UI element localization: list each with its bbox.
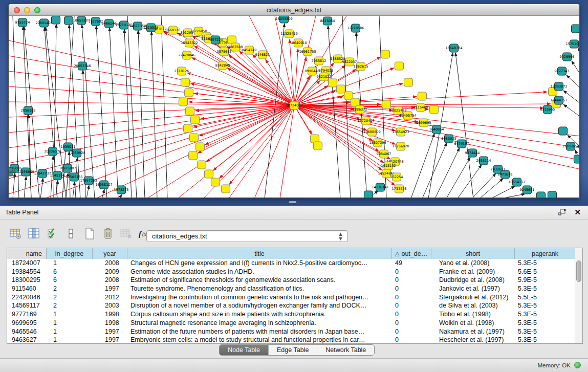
tab-node-table[interactable]: Node Table — [220, 345, 269, 355]
node-label: 1640954 — [429, 127, 444, 132]
new-file-icon[interactable] — [83, 227, 96, 240]
cell-editor-icon[interactable] — [64, 227, 78, 240]
cited-node[interactable] — [205, 170, 213, 178]
svg-text:f: f — [139, 230, 142, 238]
node-label: 16958107 — [95, 183, 112, 187]
insert-column-icon[interactable] — [28, 227, 41, 240]
scrollbar-thumb[interactable] — [576, 260, 581, 282]
cell-pagerank: 5.9E-5 — [515, 276, 576, 285]
cited-node[interactable] — [191, 116, 200, 124]
cited-node[interactable] — [382, 100, 391, 108]
close-panel-icon[interactable]: ✕ — [574, 208, 581, 217]
column-header-out_degree[interactable]: △out_de… — [392, 248, 431, 259]
table-body[interactable]: 1872400712008Changes of HCN gene express… — [7, 259, 576, 344]
node-label: 7955812 — [312, 59, 326, 63]
cell-year: 2012 — [93, 293, 127, 302]
cell-in_degree: 2 — [47, 301, 93, 310]
cited-node[interactable] — [198, 161, 206, 169]
minimize-window-icon[interactable] — [24, 7, 30, 13]
column-header-name[interactable]: name — [7, 248, 47, 259]
delete-icon[interactable] — [101, 227, 115, 240]
table-row[interactable]: 911546021997Tourette syndrome. Phenomeno… — [7, 285, 576, 293]
splitter-handle[interactable] — [287, 200, 299, 204]
node-label: 8813054 — [320, 19, 335, 23]
node-label: 16033809 — [275, 17, 292, 21]
node-label: 2056102 — [21, 108, 36, 113]
close-window-icon[interactable] — [14, 7, 20, 13]
cited-node[interactable] — [395, 62, 404, 70]
column-header-year[interactable]: year — [93, 248, 127, 259]
cited-node[interactable] — [184, 124, 192, 133]
cell-pagerank: 5.3E-5 — [515, 285, 576, 293]
sort-ascending-icon: △ — [395, 250, 399, 257]
cell-in_degree: 1 — [47, 310, 93, 319]
zoom-window-icon[interactable] — [34, 7, 40, 13]
table-row[interactable]: 946554611997Estimation of the future num… — [7, 327, 576, 336]
table-row[interactable]: 946362711997Embryonic stem cells: a mode… — [7, 336, 576, 344]
cell-title: Tourette syndrome. Phenomenology and cla… — [127, 285, 392, 293]
cell-in_degree: 6 — [47, 276, 93, 285]
cited-node[interactable] — [337, 85, 345, 93]
cell-out_degree: 0 — [392, 310, 431, 319]
cited-node[interactable] — [189, 151, 198, 160]
column-header-short[interactable]: short — [431, 248, 515, 259]
cited-node[interactable] — [314, 142, 322, 150]
citing-node[interactable] — [64, 16, 73, 25]
table-row[interactable]: 1830029562008Estimation of significance … — [7, 276, 576, 285]
cited-node[interactable] — [186, 107, 194, 115]
cited-node[interactable] — [179, 98, 188, 106]
citing-node[interactable] — [537, 192, 546, 198]
citing-node[interactable] — [52, 16, 60, 24]
tab-edge-table[interactable]: Edge Table — [269, 345, 317, 355]
cited-node[interactable] — [404, 78, 413, 86]
cited-node[interactable] — [329, 79, 337, 87]
network-canvas[interactable]: 7663822866012889129541322605813275031654… — [9, 16, 579, 198]
cell-title: Corpus callosum shape and size in male p… — [127, 310, 392, 319]
cited-node[interactable] — [181, 78, 190, 86]
citing-node[interactable] — [572, 25, 580, 33]
table-row[interactable]: 969969511998Structural magnetic resonanc… — [7, 319, 576, 327]
window-titlebar[interactable]: citations_edges.txt — [9, 4, 579, 16]
node-label: 9474444 — [465, 151, 480, 155]
citation-graph[interactable]: 7663822866012889129541322605813275031654… — [9, 16, 579, 198]
cell-pagerank: 5.6E-5 — [515, 268, 576, 276]
node-label: 9699695 — [417, 121, 431, 125]
cited-node[interactable] — [418, 92, 427, 100]
cell-short: Wolkin et al. (1998) — [431, 319, 515, 327]
table-row[interactable]: 1872400712008Changes of HCN gene express… — [7, 259, 576, 268]
vertical-scrollbar[interactable] — [575, 248, 582, 343]
cited-node[interactable] — [211, 178, 220, 186]
node-label: 17756928 — [392, 144, 409, 148]
table-settings-icon[interactable] — [9, 227, 23, 240]
cited-node[interactable] — [222, 185, 230, 193]
table-row[interactable]: 2242004622012Investigating the contribut… — [7, 293, 576, 302]
citing-node[interactable] — [548, 191, 557, 198]
table-row[interactable]: 1456911722003Disruption of a novel membe… — [7, 301, 576, 310]
select-rows-icon[interactable] — [46, 227, 59, 240]
citing-node[interactable] — [364, 191, 373, 198]
float-panel-icon[interactable] — [558, 209, 567, 216]
table-header-row[interactable]: namein_degreeyeartitle△out_de…shortpager… — [7, 248, 576, 259]
cited-node[interactable] — [381, 50, 390, 58]
citing-node[interactable] — [559, 127, 568, 135]
cited-node[interactable] — [196, 143, 205, 151]
node-label: 20053346 — [74, 64, 91, 68]
column-header-in_degree[interactable]: in_degree — [47, 248, 93, 259]
node-label: 7857224 — [208, 38, 223, 42]
cited-node[interactable] — [185, 89, 193, 97]
cell-out_degree: 0 — [392, 301, 431, 310]
table-row[interactable]: 1938455462009Genome-wide association stu… — [7, 268, 576, 276]
node-label: 10653287 — [73, 18, 90, 23]
column-header-title[interactable]: title — [127, 248, 392, 259]
citing-node[interactable] — [574, 155, 580, 163]
cited-node[interactable] — [430, 105, 439, 114]
node-label: 16648784 — [445, 46, 462, 50]
table-row[interactable]: 977716911998Corpus callosum shape and si… — [7, 310, 576, 319]
dropdown-arrows-icon: ▲▼ — [338, 232, 343, 241]
table-selector-dropdown[interactable]: citations_edges.txt ▲▼ — [146, 230, 348, 242]
cell-short: Dudbridge et al. (2008) — [431, 276, 515, 285]
tab-network-table[interactable]: Network Table — [317, 345, 374, 355]
column-header-pagerank[interactable]: pagerank — [515, 248, 576, 259]
cited-node[interactable] — [190, 134, 199, 142]
column-label: in_degree — [55, 250, 84, 257]
